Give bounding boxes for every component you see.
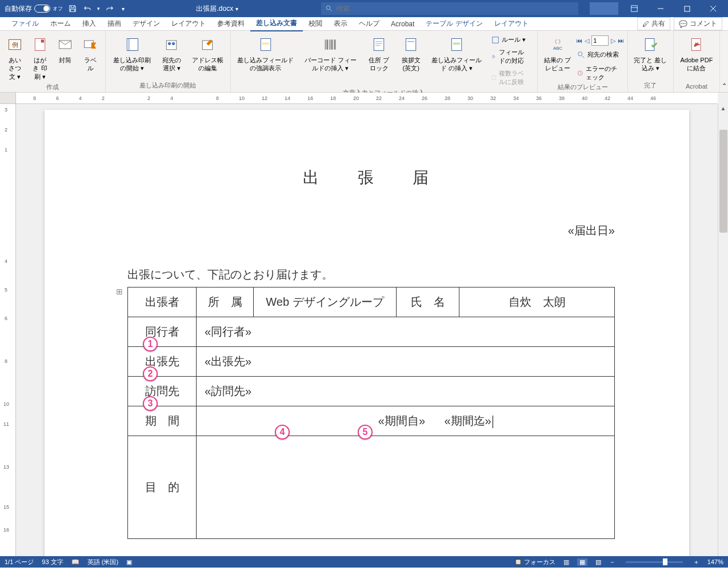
tab-review[interactable]: 校閲 (303, 17, 328, 31)
tab-mailings[interactable]: 差し込み文書 (250, 16, 303, 31)
user-account[interactable] (590, 2, 618, 15)
btn-postcard[interactable]: はがき 印刷 ▾ (29, 33, 51, 83)
btn-check-errors[interactable]: !エラーのチェック (576, 63, 624, 83)
search-box[interactable] (321, 2, 578, 15)
btn-match-fields[interactable]: フィールドの対応 (490, 47, 531, 66)
tab-references[interactable]: 参考資料 (211, 17, 250, 31)
btn-highlight-fields[interactable]: 差し込みフィールド の強調表示 (234, 33, 297, 75)
ruler-vertical[interactable]: 321 456 81011 131516 (0, 104, 16, 556)
field-date[interactable]: «届出日» (127, 223, 615, 238)
undo-icon[interactable] (82, 3, 93, 14)
tab-view[interactable]: 表示 (328, 17, 353, 31)
tab-design[interactable]: デザイン (127, 17, 166, 31)
annotation-1: 1 (143, 337, 158, 352)
btn-rules[interactable]: ルール ▾ (490, 34, 531, 45)
collapse-ribbon-button[interactable]: ⌃ (720, 31, 728, 92)
tab-draw[interactable]: 描画 (102, 17, 127, 31)
scroll-up-icon[interactable]: ▲ (718, 104, 728, 113)
btn-finish-merge[interactable]: 完了と 差し込み ▾ (631, 33, 669, 75)
svg-point-0 (326, 6, 330, 10)
cell-period-label[interactable]: 期 間 (128, 406, 197, 436)
nav-prev[interactable]: ◁ (585, 37, 589, 45)
tab-insert[interactable]: 挿入 (77, 17, 102, 31)
cell-companion-value[interactable]: «同行者» (197, 317, 615, 347)
status-focus[interactable]: 🔲 フォーカス (514, 558, 555, 566)
btn-find-recipient[interactable]: 宛先の検索 (576, 49, 624, 60)
status-page[interactable]: 1/1 ページ (5, 558, 34, 566)
cell-name-label[interactable]: 氏 名 (397, 287, 459, 317)
close-button[interactable] (701, 0, 726, 17)
btn-edit-recipients[interactable]: アドレス帳 の編集 (189, 33, 227, 75)
btn-barcode[interactable]: バーコード フィールドの挿入 ▾ (299, 33, 362, 75)
nav-last[interactable]: ⏭ (618, 37, 624, 44)
redo-icon[interactable] (105, 3, 115, 14)
comment-button[interactable]: 💬 コメント (674, 17, 722, 30)
svg-point-25 (578, 51, 582, 55)
share-button[interactable]: 🖊 共有 (637, 17, 670, 30)
view-read-icon[interactable]: ▥ (563, 558, 569, 566)
status-words[interactable]: 93 文字 (42, 558, 63, 566)
btn-greeting[interactable]: 例あいさつ 文 ▾ (3, 33, 26, 83)
zoom-in-button[interactable]: ＋ (693, 558, 699, 566)
btn-preview-results[interactable]: 《 》ABC結果の プレビュー (541, 33, 574, 75)
maximize-button[interactable] (674, 0, 699, 17)
tab-table-layout[interactable]: レイアウト (489, 17, 534, 31)
tab-file[interactable]: ファイル (6, 17, 45, 31)
search-input[interactable] (336, 5, 574, 13)
vertical-scrollbar[interactable]: ▲ (718, 104, 728, 556)
btn-update-labels: 複数ラベルに反映 (490, 68, 531, 87)
nav-first[interactable]: ⏮ (576, 37, 582, 44)
zoom-thumb[interactable] (663, 558, 667, 565)
autosave-label: 自動保存 (5, 4, 32, 14)
ribbon-display-button[interactable] (622, 0, 647, 17)
btn-label[interactable]: ラベル (79, 33, 102, 75)
btn-adobe-pdf[interactable]: Adobe PDF に結合 (677, 33, 717, 75)
svg-rect-22 (492, 76, 496, 80)
tab-table-design[interactable]: テーブル デザイン (420, 17, 488, 31)
zoom-slider[interactable] (626, 561, 683, 563)
svg-text:《 》: 《 》 (551, 39, 563, 45)
tab-home[interactable]: ホーム (45, 17, 77, 31)
cell-destination-label[interactable]: 出張先 (128, 347, 197, 377)
zoom-value[interactable]: 147% (707, 558, 723, 565)
status-language[interactable]: 英語 (米国) (87, 558, 118, 566)
nav-next[interactable]: ▷ (611, 37, 615, 45)
cell-visit-label[interactable]: 訪問先 (128, 377, 197, 406)
cell-purpose-label[interactable]: 目 的 (128, 436, 197, 539)
page[interactable]: 出 張 届 «届出日» ⊞ 出張について、下記のとおり届けます。 出張者 所 属… (45, 110, 689, 556)
tab-layout[interactable]: レイアウト (166, 17, 211, 31)
cell-companion-label[interactable]: 同行者 (128, 317, 197, 347)
table-anchor-icon[interactable]: ⊞ (116, 287, 123, 296)
status-spellcheck-icon[interactable]: 📖 (71, 558, 79, 566)
record-input[interactable] (591, 35, 609, 46)
btn-start-merge[interactable]: 差し込み印刷 の開始 ▾ (109, 33, 155, 75)
tab-acrobat[interactable]: Acrobat (385, 18, 420, 30)
cell-destination-value[interactable]: «出張先» (197, 347, 615, 377)
undo-chevron[interactable]: ▾ (97, 6, 100, 11)
ruler-horizontal[interactable]: 8642 24810 12141618 20222426 28303234 36… (16, 93, 718, 104)
tab-help[interactable]: ヘルプ (353, 17, 385, 31)
zoom-out-button[interactable]: － (609, 558, 615, 566)
btn-select-recipients[interactable]: 宛先の 選択 ▾ (157, 33, 186, 75)
view-print-icon[interactable]: ▦ (577, 558, 587, 566)
form-table[interactable]: 出張者 所 属 Web デザイングループ 氏 名 自炊 太朗 同行者 «同行者»… (127, 287, 615, 539)
btn-envelope[interactable]: 封筒 (54, 33, 77, 66)
autosave-toggle[interactable]: 自動保存 オフ (5, 4, 63, 14)
document-scroll[interactable]: 出 張 届 «届出日» ⊞ 出張について、下記のとおり届けます。 出張者 所 属… (16, 104, 718, 556)
status-macro-icon[interactable]: ▣ (126, 558, 132, 566)
cell-purpose-value[interactable] (197, 436, 615, 539)
btn-insert-field[interactable]: 差し込みフィールド の挿入 ▾ (427, 33, 486, 75)
cell-dept-value[interactable]: Web デザイングループ (254, 287, 397, 317)
cell-traveler-label[interactable]: 出張者 (128, 287, 197, 317)
cell-visit-value[interactable]: «訪問先» (197, 377, 615, 406)
save-icon[interactable] (67, 3, 78, 14)
cell-period-value[interactable]: «期間自» «期間迄» (197, 406, 615, 436)
svg-rect-16 (262, 43, 269, 45)
scroll-thumb[interactable] (719, 130, 727, 233)
cell-dept-label[interactable]: 所 属 (197, 287, 254, 317)
cell-name-value[interactable]: 自炊 太朗 (459, 287, 615, 317)
view-web-icon[interactable]: ▧ (595, 558, 601, 566)
btn-greeting-line[interactable]: 挨拶文 (英文) (397, 33, 426, 75)
btn-address-block[interactable]: 住所 ブロック (364, 33, 394, 75)
minimize-button[interactable] (648, 0, 673, 17)
